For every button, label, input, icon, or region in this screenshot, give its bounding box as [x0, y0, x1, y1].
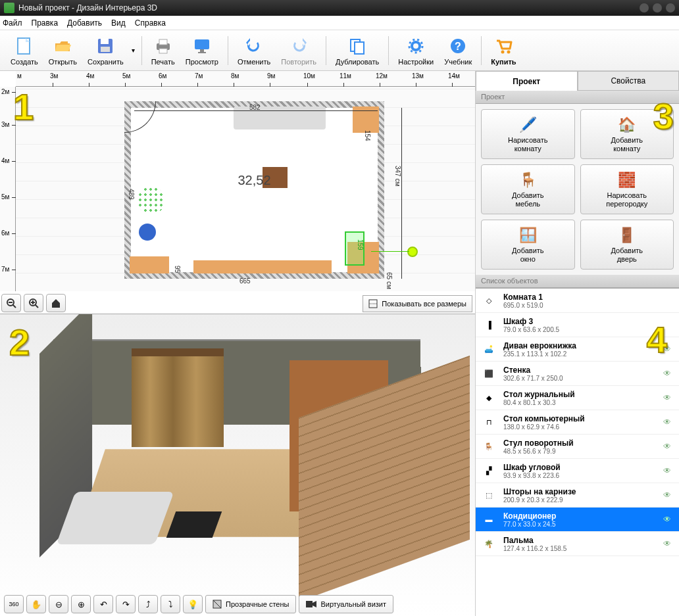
- close-button[interactable]: [666, 3, 675, 12]
- orbit-button[interactable]: 360: [4, 595, 24, 613]
- object-name: Шкаф 3: [503, 317, 663, 326]
- tilt-up-button[interactable]: ⤴: [138, 595, 158, 613]
- object-thumb-icon: ⊓: [480, 413, 498, 431]
- svg-rect-28: [306, 601, 313, 607]
- selection-handle[interactable]: [407, 247, 418, 257]
- visibility-eye-icon[interactable]: 👁: [663, 539, 675, 548]
- dim-bottom: 665: [239, 277, 251, 285]
- transparent-walls-button[interactable]: Прозрачные стены: [205, 595, 296, 613]
- door-arc[interactable]: [124, 101, 156, 133]
- settings-button[interactable]: Настройки: [393, 34, 439, 67]
- zoom-in-3d-button[interactable]: ⊕: [71, 595, 91, 613]
- list-item[interactable]: ⬚Шторы на карнизе200.9 x 20.3 x 222.9👁: [476, 483, 679, 508]
- light-button[interactable]: 💡: [183, 595, 203, 613]
- list-item[interactable]: ◆Стол журнальный80.4 x 80.1 x 30.3👁: [476, 386, 679, 410]
- visibility-eye-icon[interactable]: 👁: [663, 393, 675, 402]
- list-item[interactable]: ◇Комната 1695.0 x 519.0: [476, 289, 679, 313]
- object-dimensions: 138.0 x 62.9 x 74.6: [503, 423, 663, 431]
- visibility-eye-icon[interactable]: 👁: [663, 369, 675, 378]
- buy-button[interactable]: Купить: [486, 34, 521, 67]
- create-button[interactable]: Создать: [5, 34, 43, 67]
- plant-2d[interactable]: [138, 187, 165, 214]
- add-window-button[interactable]: 🪟Добавитьокно: [481, 220, 575, 270]
- add-door-button[interactable]: 🚪Добавитьдверь: [580, 220, 674, 270]
- list-item[interactable]: ▞Шкаф угловой93.9 x 93.8 x 223.6👁: [476, 459, 679, 483]
- rotate-right-button[interactable]: ↷: [116, 595, 136, 613]
- door-icon: 🚪: [616, 225, 638, 244]
- undo-button[interactable]: Отменить: [232, 34, 276, 67]
- object-thumb-icon: ⬚: [480, 486, 498, 504]
- tilt-down-button[interactable]: ⤵: [161, 595, 180, 613]
- object-list[interactable]: ◇Комната 1695.0 x 519.0▐Шкаф 379.0 x 63.…: [476, 288, 679, 616]
- object-dimensions: 77.0 x 33.0 x 24.5: [503, 521, 663, 528]
- menu-file[interactable]: Файл: [3, 18, 22, 28]
- rotate-left-button[interactable]: ↶: [93, 595, 113, 613]
- tab-project[interactable]: Проект: [476, 71, 578, 91]
- armchair-icon: 🪑: [517, 170, 538, 189]
- room-outline[interactable]: 32,52: [124, 101, 384, 279]
- object-thumb-icon: ⬛: [480, 364, 498, 383]
- wall-unit-2d[interactable]: [193, 260, 332, 273]
- tutorial-button[interactable]: ?Учебник: [439, 34, 477, 67]
- svg-line-22: [35, 304, 38, 308]
- add-room-button[interactable]: 🏠Добавитькомнату: [580, 109, 674, 159]
- object-name: Стол компьютерный: [503, 414, 663, 423]
- add-furniture-button[interactable]: 🪑Добавитьмебель: [481, 164, 575, 214]
- svg-rect-9: [198, 52, 206, 53]
- visibility-eye-icon[interactable]: 👁: [663, 344, 675, 354]
- visibility-eye-icon[interactable]: 👁: [663, 466, 675, 475]
- zoom-out-3d-button[interactable]: ⊖: [49, 595, 68, 613]
- zoom-in-button[interactable]: [24, 294, 43, 312]
- pan-button[interactable]: ✋: [26, 595, 46, 613]
- plan-2d-area[interactable]: м 3м 4м 5м 6м 7м 8м 9м 10м 11м 12м 13м 1…: [0, 71, 475, 314]
- visibility-eye-icon[interactable]: 👁: [663, 515, 675, 524]
- object-name: Шторы на карнизе: [503, 487, 663, 496]
- ruler-horizontal: м 3м 4м 5м 6м 7м 8м 9м 10м 11м 12м 13м 1…: [16, 71, 475, 87]
- chair-2d[interactable]: [139, 224, 156, 241]
- save-button[interactable]: Сохранить: [82, 34, 129, 67]
- list-item[interactable]: ⬛Стенка302.6 x 71.7 x 250.0👁: [476, 362, 679, 386]
- preview-button[interactable]: Просмотр: [180, 34, 224, 67]
- home-button[interactable]: [46, 294, 66, 312]
- section-objects-head: Список объектов: [476, 275, 679, 288]
- virtual-visit-button[interactable]: Виртуальный визит: [299, 595, 393, 613]
- menu-add[interactable]: Добавить: [67, 18, 102, 28]
- print-button[interactable]: Печать: [146, 34, 180, 67]
- view-3d-area[interactable]: 360 ✋ ⊖ ⊕ ↶ ↷ ⤴ ⤵ 💡 Прозрачные стены: [0, 314, 475, 616]
- list-item[interactable]: 🌴Пальма127.4 x 116.2 x 158.5👁: [476, 532, 679, 556]
- menu-help[interactable]: Справка: [135, 18, 166, 28]
- list-item[interactable]: ▐Шкаф 379.0 x 63.6 x 200.5: [476, 313, 679, 337]
- minimize-button[interactable]: [640, 3, 649, 12]
- svg-rect-5: [159, 39, 167, 45]
- visibility-eye-icon[interactable]: 👁: [663, 490, 675, 500]
- object-dimensions: 302.6 x 71.7 x 250.0: [503, 375, 663, 382]
- open-button[interactable]: Открыть: [43, 34, 82, 67]
- show-all-dims-button[interactable]: Показывать все размеры: [363, 295, 472, 312]
- object-thumb-icon: ▐: [480, 316, 498, 334]
- draw-partition-button[interactable]: 🧱Нарисоватьперегородку: [580, 164, 674, 214]
- floppy-icon: [95, 36, 116, 57]
- scene-3d: [0, 314, 475, 616]
- save-dropdown[interactable]: ▾: [129, 47, 138, 54]
- list-item[interactable]: ▬Кондиционер77.0 x 33.0 x 24.5👁: [476, 508, 679, 532]
- menu-edit[interactable]: Правка: [32, 18, 59, 28]
- menu-view[interactable]: Вид: [111, 18, 126, 28]
- duplicate-button[interactable]: Дублировать: [330, 34, 384, 67]
- tab-properties[interactable]: Свойства: [578, 71, 680, 91]
- maximize-button[interactable]: [653, 3, 662, 12]
- object-name: Стул поворотный: [503, 438, 663, 448]
- list-item[interactable]: 🛋️Диван еврокнижка235.1 x 113.1 x 102.2👁: [476, 337, 679, 362]
- folder-open-icon: [52, 36, 73, 57]
- draw-room-button[interactable]: 🖊️Нарисоватькомнату: [481, 109, 575, 159]
- plan-canvas[interactable]: 32,52 582 154 347 см 665 95 489 159 65 с…: [16, 87, 475, 291]
- desk-2d[interactable]: [130, 256, 169, 273]
- list-item[interactable]: ⊓Стол компьютерный138.0 x 62.9 x 74.6👁: [476, 410, 679, 435]
- visibility-eye-icon[interactable]: 👁: [663, 442, 675, 451]
- visibility-eye-icon[interactable]: 👁: [663, 417, 675, 427]
- zoom-out-button[interactable]: [1, 294, 21, 312]
- list-item[interactable]: 🪑Стул поворотный48.5 x 56.6 x 79.9👁: [476, 435, 679, 459]
- object-dimensions: 127.4 x 116.2 x 158.5: [503, 545, 663, 552]
- dim-right-seg: 154: [364, 130, 371, 141]
- camera-icon: [306, 600, 316, 608]
- redo-button[interactable]: Повторить: [276, 34, 322, 67]
